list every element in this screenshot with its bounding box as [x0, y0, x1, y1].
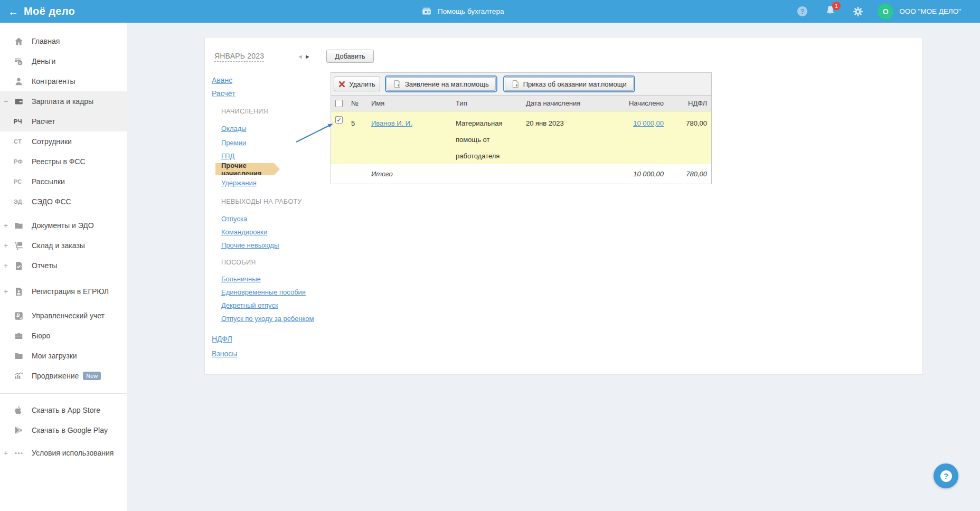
sidebar-item-app-store[interactable]: Скачать в App Store [0, 400, 127, 420]
add-button[interactable]: Добавить [326, 50, 374, 63]
sidebar-item-google-play[interactable]: Скачать в Google Play [0, 420, 127, 440]
sidebar-item-label: Деньги [32, 57, 55, 65]
sidebar-item-label: Расчет [32, 117, 55, 126]
help-fab-button[interactable]: ? [934, 463, 958, 488]
terms-icon [14, 448, 23, 458]
sidebar-item-warehouse[interactable]: +Склад и заказы [0, 235, 127, 256]
nav-item-calculation[interactable]: Расчёт [205, 87, 330, 100]
col-type: Тип [451, 99, 522, 107]
back-arrow-icon[interactable]: ← [8, 6, 18, 17]
sidebar-item-code: РЧ [14, 118, 23, 125]
svg-text:₽: ₽ [18, 61, 21, 64]
next-month-arrow[interactable]: ► [305, 54, 310, 60]
nav-item-ndfl[interactable]: НДФЛ [205, 332, 330, 345]
nav-item-other-accruals[interactable]: Прочие начисления [215, 163, 280, 175]
total-accrued: 10 000,00 [604, 170, 668, 178]
nav-item-label: Премии [221, 139, 246, 147]
sidebar-item-egrul-registration[interactable]: +Регистрация в ЕГРЮЛ [0, 279, 127, 304]
app-logo[interactable]: Моё дело [24, 5, 75, 17]
reports-icon [14, 261, 23, 270]
sidebar-item-label: Контрагенты [32, 77, 75, 86]
nav-item-label: НАЧИСЛЕНИЯ [221, 108, 268, 115]
nav-item-label: Отпуска [221, 215, 247, 223]
sidebar-item-sedo-fss[interactable]: ЭДСЭДО ФСС [0, 192, 127, 212]
sidebar-item-promotion[interactable]: ПродвижениеNew [0, 366, 127, 386]
collapse-icon[interactable]: − [3, 97, 8, 106]
accruals-table: Удалить Заявление на мат.помощь [331, 72, 712, 184]
sidebar-item-label: Отчеты [32, 261, 57, 270]
nav-item-gpd[interactable]: ГПД [205, 149, 330, 163]
notifications-button[interactable]: 1 [824, 4, 836, 18]
expand-icon[interactable]: + [3, 287, 8, 296]
col-num: № [347, 99, 367, 107]
management-icon: ₽ [14, 311, 23, 320]
sidebar-item-code: РФ [14, 158, 23, 165]
sidebar-item-employees[interactable]: СТСотрудники [0, 131, 127, 152]
nav-item-contributions[interactable]: Взносы [205, 347, 330, 360]
sidebar-item-label: Документы и ЭДО [32, 221, 94, 230]
sidebar-item-management-accounting[interactable]: ₽Управленческий учет [0, 306, 127, 326]
document-add-icon [393, 80, 401, 88]
expand-icon[interactable]: + [3, 261, 8, 270]
nav-item-vacations[interactable]: Отпуска [205, 212, 330, 225]
sidebar-item-terms[interactable]: +Условия использования [0, 440, 127, 466]
period-selector[interactable]: ЯНВАРЬ 2023 [214, 52, 264, 62]
sidebar-item-fss-registers[interactable]: РФРеестры в ФСС [0, 152, 127, 172]
sidebar-item-label: СЭДО ФСС [32, 197, 71, 206]
nav-item-maternity-leave[interactable]: Декретный отпуск [205, 299, 330, 312]
nav-item-label: НДФЛ [212, 335, 232, 343]
order-button[interactable]: Приказ об оказании мат.помощи [505, 77, 634, 91]
company-name[interactable]: ООО "МОЕ ДЕЛО" [899, 7, 961, 15]
statement-button[interactable]: Заявление на мат.помощь [387, 77, 496, 91]
nav-item-lump-sum-benefits[interactable]: Единовременные пособия [205, 286, 330, 299]
sidebar-item-my-uploads[interactable]: Мои загрузки [0, 346, 127, 366]
row-ndfl: 780,00 [668, 111, 711, 164]
sidebar-item-documents[interactable]: +Документы и ЭДО [0, 215, 127, 235]
nav-item-child-care-leave[interactable]: Отпуск по уходу за ребенком [205, 312, 330, 325]
nav-item-sick-leaves[interactable]: Больничные [205, 272, 330, 286]
employee-link[interactable]: Иванов И. И. [371, 119, 412, 127]
expand-icon[interactable]: + [3, 221, 8, 230]
nav-item-salaries[interactable]: Оклады [205, 122, 330, 135]
gear-icon[interactable] [852, 6, 864, 17]
help-icon[interactable]: ? [796, 5, 808, 17]
nav-item-label: Прочие начисления [221, 162, 280, 177]
sidebar-item-home[interactable]: Главная [0, 31, 127, 51]
sidebar-item-salary[interactable]: −Зарплата и кадры [0, 91, 127, 111]
sidebar-item-contractors[interactable]: Контрагенты [0, 71, 127, 91]
expand-icon[interactable]: + [3, 449, 8, 457]
sidebar-item-money[interactable]: ₽Деньги [0, 51, 127, 71]
sidebar-item-reports[interactable]: +Отчеты [0, 256, 127, 276]
statement-outline: Заявление на мат.помощь [385, 75, 497, 92]
accountant-help-button[interactable]: Помощь бухгалтера [421, 0, 504, 23]
expand-icon[interactable]: + [3, 241, 8, 250]
accountant-help-label: Помощь бухгалтера [438, 7, 504, 15]
prev-month-arrow[interactable]: ◄ [297, 54, 303, 60]
total-label: Итого [367, 170, 451, 178]
nav-item-label: ПОСОБИЯ [221, 259, 256, 266]
sidebar-item-label: Реестры в ФСС [32, 157, 86, 166]
select-all-checkbox[interactable] [335, 100, 343, 107]
nav-item-label: ГПД [221, 152, 234, 160]
sidebar-item-code: СТ [14, 138, 23, 145]
delete-button[interactable]: Удалить [334, 77, 380, 91]
nav-item-other-absences[interactable]: Прочие невыходы [205, 239, 330, 252]
sidebar-item-calc[interactable]: РЧРасчет [0, 111, 127, 131]
order-outline: Приказ об оказании мат.помощи [503, 75, 635, 92]
nav-item-advance[interactable]: Аванс [205, 73, 330, 87]
payroll-card: ЯНВАРЬ 2023 ◄ ► Добавить АвансРасчётНАЧИ… [204, 37, 923, 375]
sidebar-item-bureau[interactable]: Бюро [0, 326, 127, 346]
delete-label: Удалить [349, 80, 375, 88]
sidebar-item-label: Управленческий учет [32, 311, 105, 320]
main-content: ЯНВАРЬ 2023 ◄ ► Добавить АвансРасчётНАЧИ… [127, 23, 980, 511]
avatar[interactable]: О [878, 4, 893, 20]
new-badge: New [83, 372, 101, 380]
nav-item-business-trips[interactable]: Командировки [205, 225, 330, 239]
nav-item-bonuses[interactable]: Премии [205, 136, 330, 149]
accrued-link[interactable]: 10 000,00 [633, 119, 664, 127]
nav-item-deductions[interactable]: Удержания [205, 176, 330, 190]
row-checkbox[interactable] [335, 116, 343, 124]
sidebar-item-label: Бюро [32, 332, 50, 340]
nav-section-accruals-section: НАЧИСЛЕНИЯ [205, 105, 330, 118]
sidebar-item-mailings[interactable]: РСРассылки [0, 172, 127, 192]
